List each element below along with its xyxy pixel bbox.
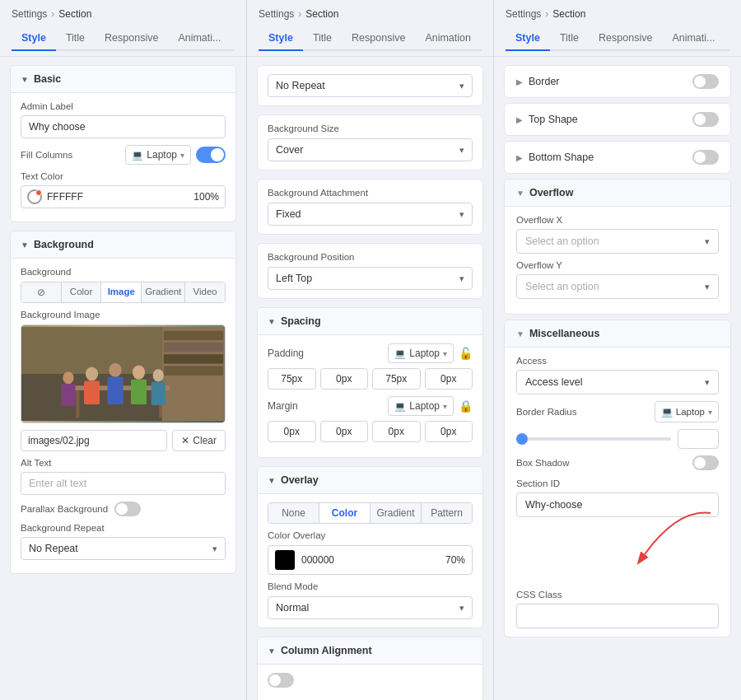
bg-repeat-select[interactable]: No Repeat ▾ xyxy=(21,537,226,560)
padding-top[interactable] xyxy=(268,368,316,390)
right-breadcrumb-settings[interactable]: Settings xyxy=(506,8,541,20)
fill-columns-toggle[interactable] xyxy=(196,147,226,163)
svg-rect-13 xyxy=(108,377,124,404)
bg-attachment-select[interactable]: Fixed ▾ xyxy=(268,203,473,226)
padding-lock-icon[interactable]: 🔓 xyxy=(459,347,473,360)
bg-size-value: Cover xyxy=(276,144,303,156)
tab-title-middle[interactable]: Title xyxy=(303,26,342,51)
top-shape-row[interactable]: ▶ Top Shape xyxy=(504,103,731,136)
tab-style-left[interactable]: Style xyxy=(12,26,56,51)
overlay-tab-gradient[interactable]: Gradient xyxy=(370,503,422,523)
access-select[interactable]: Access level ▾ xyxy=(516,370,719,394)
box-shadow-toggle[interactable] xyxy=(692,455,719,470)
tab-title-right[interactable]: Title xyxy=(550,26,589,51)
overflow-section-header[interactable]: ▼ Overflow xyxy=(505,180,730,207)
tab-responsive-left[interactable]: Responsive xyxy=(95,26,168,51)
bg-tab-color[interactable]: Color xyxy=(62,282,102,302)
top-no-repeat-chevron-icon: ▾ xyxy=(459,81,464,91)
access-chevron-icon: ▾ xyxy=(705,377,710,388)
right-panel-content: ▶ Border ▶ Top Shape ▶ Bottom Shape xyxy=(494,57,741,651)
access-label: Access xyxy=(516,356,719,366)
mid-breadcrumb-settings[interactable]: Settings xyxy=(259,8,294,20)
tab-style-middle[interactable]: Style xyxy=(259,26,303,51)
top-no-repeat-select[interactable]: No Repeat ▾ xyxy=(268,74,473,97)
middle-panel-header: Settings › Section Style Title Responsiv… xyxy=(247,0,493,57)
overflow-x-label: Overflow X xyxy=(516,215,719,225)
tab-animation-middle[interactable]: Animation xyxy=(415,26,481,51)
overflow-x-select[interactable]: Select an option ▾ xyxy=(516,229,719,254)
spacing-section-header[interactable]: Spacing xyxy=(258,308,482,335)
margin-left[interactable] xyxy=(425,421,473,442)
br-device-label: Laptop xyxy=(676,407,705,417)
tab-animation-left[interactable]: Animati... xyxy=(168,26,231,51)
tab-animation-right[interactable]: Animati... xyxy=(662,26,725,51)
margin-device-select[interactable]: 💻 Laptop ▾ xyxy=(388,396,454,416)
overflow-label: Overflow xyxy=(529,187,574,198)
tab-responsive-middle[interactable]: Responsive xyxy=(342,26,415,51)
blend-mode-chevron-icon: ▾ xyxy=(459,603,464,614)
bg-size-select[interactable]: Cover ▾ xyxy=(268,138,473,161)
background-section-header[interactable]: Background xyxy=(11,231,235,259)
bg-tab-gradient[interactable]: Gradient xyxy=(142,282,185,302)
parallax-toggle[interactable] xyxy=(114,502,141,516)
image-path-row: ✕ Clear xyxy=(21,430,226,451)
padding-device-select[interactable]: 💻 Laptop ▾ xyxy=(388,343,454,363)
tab-title-left[interactable]: Title xyxy=(56,26,95,51)
bg-position-body: Background Position Left Top ▾ xyxy=(258,244,482,298)
bg-tab-video[interactable]: Video xyxy=(185,282,225,302)
overlay-tab-pattern[interactable]: Pattern xyxy=(422,503,472,523)
margin-bottom[interactable] xyxy=(372,421,421,442)
col-align-toggle[interactable] xyxy=(268,673,294,688)
left-panel-header: Settings › Section Style Title Responsiv… xyxy=(0,0,246,57)
overlay-tab-none[interactable]: None xyxy=(268,503,319,523)
alt-text-input[interactable] xyxy=(21,472,226,495)
top-shape-label: Top Shape xyxy=(529,114,578,125)
overlay-section-header[interactable]: Overlay xyxy=(258,467,482,494)
tab-style-right[interactable]: Style xyxy=(506,26,550,51)
spacing-chevron-icon xyxy=(268,317,276,326)
svg-rect-3 xyxy=(164,331,223,340)
bg-tab-image[interactable]: Image xyxy=(101,282,142,302)
margin-right[interactable] xyxy=(320,421,369,442)
svg-point-14 xyxy=(133,366,145,380)
bottom-shape-row[interactable]: ▶ Bottom Shape xyxy=(504,141,731,174)
admin-label-input[interactable] xyxy=(21,115,226,138)
svg-rect-15 xyxy=(131,380,147,404)
padding-laptop-icon: 💻 xyxy=(394,348,406,359)
text-color-swatch-container[interactable]: FFFFFF 100% xyxy=(21,185,226,208)
misc-section: ▼ Miscellaneous Access Access level ▾ Bo… xyxy=(504,320,731,637)
border-row[interactable]: ▶ Border xyxy=(504,65,731,98)
section-id-input[interactable] xyxy=(516,492,719,517)
border-radius-device-select[interactable]: 💻 Laptop ▾ xyxy=(655,401,719,422)
padding-device-chevron-icon: ▾ xyxy=(443,349,447,358)
top-shape-toggle[interactable] xyxy=(692,112,719,127)
padding-right[interactable] xyxy=(320,368,369,390)
clear-button[interactable]: ✕ Clear xyxy=(172,430,226,451)
color-overlay-label: Color Overlay xyxy=(268,530,473,540)
middle-panel: Settings › Section Style Title Responsiv… xyxy=(247,0,494,700)
border-radius-value-input[interactable] xyxy=(678,429,719,449)
overflow-y-select[interactable]: Select an option ▾ xyxy=(516,274,719,299)
css-class-input[interactable] xyxy=(516,604,719,628)
overlay-color-row[interactable]: 000000 70% xyxy=(268,545,473,575)
margin-device-chevron-icon: ▾ xyxy=(443,402,447,411)
misc-section-header[interactable]: ▼ Miscellaneous xyxy=(505,320,730,348)
basic-section-header[interactable]: Basic xyxy=(11,66,235,93)
column-alignment-header[interactable]: Column Alignment xyxy=(258,637,482,665)
breadcrumb-settings[interactable]: Settings xyxy=(12,8,47,20)
bg-tab-none[interactable]: ⊘ xyxy=(21,282,62,302)
border-radius-slider[interactable] xyxy=(516,437,671,441)
margin-top[interactable] xyxy=(268,421,316,442)
blend-mode-select[interactable]: Normal ▾ xyxy=(268,596,473,619)
padding-left[interactable] xyxy=(425,368,473,390)
bottom-shape-toggle[interactable] xyxy=(692,150,719,165)
border-toggle[interactable] xyxy=(692,74,719,89)
bg-position-select[interactable]: Left Top ▾ xyxy=(268,267,473,290)
tab-responsive-right[interactable]: Responsive xyxy=(589,26,662,51)
padding-bottom[interactable] xyxy=(372,368,421,390)
misc-chevron-icon: ▼ xyxy=(516,329,524,338)
margin-lock-icon[interactable]: 🔒 xyxy=(459,399,473,413)
image-path-input[interactable] xyxy=(21,430,167,451)
overlay-tab-color[interactable]: Color xyxy=(319,503,370,523)
fill-columns-device-select[interactable]: 💻 Laptop ▾ xyxy=(125,145,191,165)
